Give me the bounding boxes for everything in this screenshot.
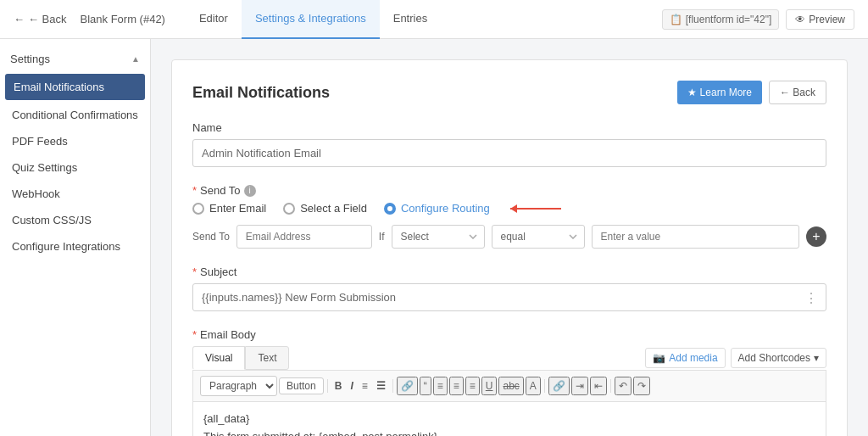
add-media-label: Add media: [669, 352, 717, 364]
nav-tabs: Editor Settings & Integrations Entries: [186, 0, 662, 39]
toolbar-separator-3: [544, 379, 545, 393]
email-body-section: * Email Body Visual Text 📷 Add media: [192, 328, 826, 436]
redo-button[interactable]: ↷: [633, 377, 650, 395]
radio-select-field[interactable]: Select a Field: [283, 202, 367, 215]
sidebar-settings-section[interactable]: Settings ▲: [0, 46, 150, 72]
editor-tabs: Visual Text 📷 Add media Add Shortcodes ▾: [192, 346, 826, 371]
chevron-down-icon: ▲: [131, 54, 140, 64]
bold-button[interactable]: B: [331, 378, 346, 394]
shortcodes-chevron-icon: ▾: [814, 352, 819, 364]
back-button[interactable]: ← ← Back: [14, 13, 67, 25]
editor-tab-group: Visual Text: [192, 346, 289, 370]
subject-label: * Subject: [192, 266, 826, 278]
add-shortcodes-button[interactable]: Add Shortcodes ▾: [731, 348, 826, 368]
button-insert[interactable]: Button: [279, 377, 324, 394]
content-area: Email Notifications ★ Learn More ← Back …: [151, 39, 868, 436]
sidebar-item-custom-css-js[interactable]: Custom CSS/JS: [0, 207, 150, 233]
radio-select-field-label: Select a Field: [300, 202, 367, 215]
blockquote-button[interactable]: “: [420, 377, 431, 395]
sidebar-item-quiz-settings[interactable]: Quiz Settings: [0, 154, 150, 181]
sidebar-settings-label: Settings: [10, 53, 50, 65]
align-right-button[interactable]: ≡: [465, 377, 480, 395]
send-to-label: * Send To i: [192, 184, 826, 197]
name-label: Name: [192, 121, 826, 134]
required-star: *: [192, 184, 197, 197]
tab-entries[interactable]: Entries: [380, 0, 441, 39]
radio-circle-select-field: [283, 203, 295, 215]
indent-button[interactable]: ⇥: [571, 377, 588, 395]
underline-button[interactable]: U: [481, 377, 498, 395]
routing-row: Send To If Select equal +: [192, 225, 826, 249]
tab-visual[interactable]: Visual: [192, 346, 245, 370]
info-icon[interactable]: i: [244, 185, 256, 197]
tab-editor[interactable]: Editor: [186, 0, 242, 39]
sidebar-item-email-notifications[interactable]: Email Notifications: [5, 74, 145, 100]
editor-line-2: This form submitted at: {embed_post.perm…: [203, 430, 815, 436]
editor-toolbar: Paragraph Button B I ≡ ☰ 🔗 “ ≡ ≡ ≡: [192, 371, 826, 402]
card-actions: ★ Learn More ← Back: [677, 81, 826, 104]
routing-field-select[interactable]: Select: [392, 225, 485, 249]
subject-required-star: *: [192, 266, 197, 278]
sidebar-item-configure-integrations[interactable]: Configure Integrations: [0, 233, 150, 260]
book-icon: ★: [687, 87, 697, 98]
media-icon: 📷: [653, 352, 665, 364]
ordered-list-button[interactable]: ≡: [359, 378, 371, 394]
name-input[interactable]: [192, 139, 826, 167]
sidebar-item-conditional-confirmations[interactable]: Conditional Confirmations: [0, 102, 150, 128]
subject-input-container: ⋮: [192, 283, 826, 311]
preview-button[interactable]: 👁 Preview: [786, 9, 854, 30]
outdent-button[interactable]: ⇤: [590, 377, 607, 395]
text-color-button[interactable]: A: [526, 377, 541, 395]
toolbar-separator-4: [610, 379, 611, 393]
routing-if-label: If: [379, 231, 385, 243]
align-center-button[interactable]: ≡: [449, 377, 464, 395]
subject-options-icon[interactable]: ⋮: [804, 289, 818, 305]
learn-more-label: Learn More: [700, 87, 752, 98]
shortcode-text: [fluentform id="42"]: [686, 14, 772, 25]
top-nav: ← ← Back Blank Form (#42) Editor Setting…: [0, 0, 868, 39]
sidebar-item-webhook[interactable]: WebHook: [0, 181, 150, 207]
add-media-button[interactable]: 📷 Add media: [645, 348, 725, 368]
card-back-button[interactable]: ← Back: [769, 81, 826, 104]
card-title: Email Notifications: [192, 84, 330, 102]
learn-more-button[interactable]: ★ Learn More: [677, 81, 762, 104]
preview-label: Preview: [809, 14, 845, 25]
main-layout: Settings ▲ Email Notifications Condition…: [0, 39, 868, 436]
toolbar-separator-1: [327, 379, 328, 393]
routing-email-input[interactable]: [236, 225, 372, 249]
email-body-required-star: *: [192, 328, 197, 341]
toolbar-separator-2: [392, 379, 393, 393]
top-right: 📋 [fluentform id="42"] 👁 Preview: [662, 9, 854, 30]
paragraph-select[interactable]: Paragraph: [200, 376, 277, 396]
routing-value-input[interactable]: [592, 225, 800, 249]
add-row-button[interactable]: +: [806, 226, 826, 247]
editor-actions: 📷 Add media Add Shortcodes ▾: [645, 348, 826, 368]
radio-enter-email[interactable]: Enter Email: [192, 202, 266, 215]
arrow-indicator: [510, 208, 561, 210]
unordered-list-button[interactable]: ☰: [373, 378, 389, 394]
align-left-button[interactable]: ≡: [433, 377, 448, 395]
radio-configure-routing[interactable]: Configure Routing: [384, 202, 490, 215]
back-card-label: ← Back: [780, 87, 815, 98]
sidebar-item-pdf-feeds[interactable]: PDF Feeds: [0, 128, 150, 154]
send-to-text: Send To: [200, 184, 240, 197]
undo-button[interactable]: ↶: [615, 377, 632, 395]
routing-operator-select[interactable]: equal: [492, 225, 585, 249]
italic-button[interactable]: I: [347, 378, 356, 394]
app-container: ← ← Back Blank Form (#42) Editor Setting…: [0, 0, 868, 436]
strikethrough-button[interactable]: abc: [498, 377, 523, 395]
editor-content[interactable]: {all_data} This form submitted at: {embe…: [192, 402, 826, 436]
insert-link-button[interactable]: 🔗: [548, 377, 570, 395]
radio-circle-configure-routing: [384, 203, 396, 215]
send-to-section: * Send To i Enter Email Select a Fi: [192, 184, 826, 249]
link-button[interactable]: 🔗: [397, 377, 418, 395]
tab-text[interactable]: Text: [245, 346, 289, 370]
subject-input[interactable]: [192, 283, 826, 311]
email-body-text: Email Body: [200, 328, 256, 341]
tab-settings-integrations[interactable]: Settings & Integrations: [242, 0, 380, 39]
card-header: Email Notifications ★ Learn More ← Back: [192, 81, 826, 104]
shortcode-badge[interactable]: 📋 [fluentform id="42"]: [662, 9, 780, 30]
radio-enter-email-label: Enter Email: [209, 202, 266, 215]
email-body-label: * Email Body: [192, 328, 826, 341]
arrow-line: [510, 208, 561, 210]
